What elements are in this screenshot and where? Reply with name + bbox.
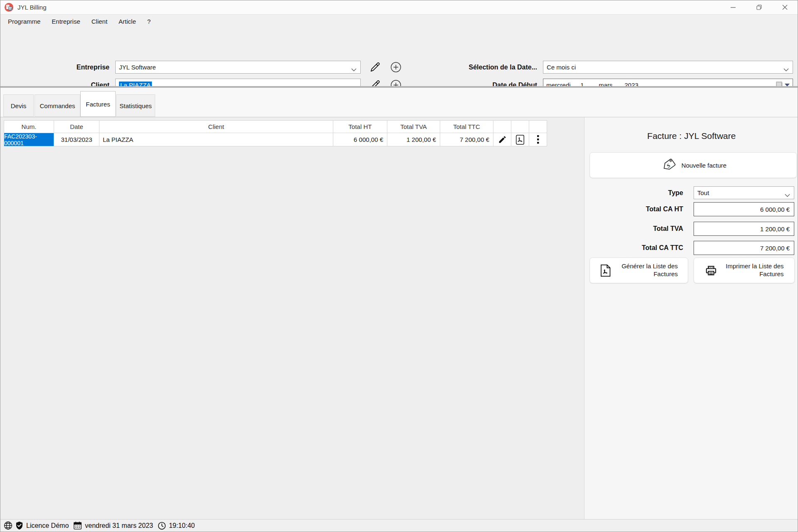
panel-title: Facture : JYL Software [585,131,798,141]
minimize-icon [731,7,736,8]
menu-article[interactable]: Article [119,18,136,25]
cell-total-tva[interactable]: 1 200,00 € [387,133,440,146]
new-invoice-label: Nouvelle facture [682,162,726,169]
header-client[interactable]: Client [99,120,333,133]
total-tva-value: 1 200,00 € [694,222,794,236]
total-ca-ht-label: Total CA HT [585,202,683,216]
menu-programme[interactable]: Programme [8,18,40,25]
row-edit-button[interactable] [493,133,511,146]
app-logo-icon [4,2,14,12]
pencil-icon [369,62,380,73]
printer-icon [705,265,717,277]
date-selection-value: Ce mois ci [547,64,576,71]
content-area: Num. Date Client Total HT Total TVA Tota… [0,117,798,519]
window-title: JYL Billing [17,4,46,11]
window-controls [720,0,798,14]
pdf-file-icon [600,264,611,277]
shield-check-icon [15,521,23,530]
add-entreprise-button[interactable] [389,61,402,74]
row-pdf-button[interactable] [511,133,529,146]
cell-num[interactable]: FAC202303-000001 [4,133,54,146]
table-row[interactable]: FAC202303-000001 31/03/2023 La PIAZZA 6 … [4,133,547,146]
price-tag-icon: S [660,156,677,174]
globe-icon [4,521,12,530]
menu-entreprise[interactable]: Entreprise [52,18,80,25]
close-button[interactable] [772,0,798,14]
status-time: 19:10:40 [169,522,195,530]
menu-client[interactable]: Client [92,18,107,25]
calendar-icon [73,521,82,530]
tab-commandes[interactable]: Commandes [35,94,80,117]
menu-help[interactable]: ? [147,18,151,25]
close-icon [782,5,788,10]
total-ca-ttc-value: 7 200,00 € [694,241,794,255]
header-actions-2 [511,120,529,133]
menu-bar: Programme Entreprise Client Article ? [0,15,798,28]
app-window: JYL Billing Programme Entreprise Client … [0,0,798,532]
cell-total-ttc[interactable]: 7 200,00 € [440,133,493,146]
total-tva-label: Total TVA [585,222,683,236]
plus-circle-icon [390,62,401,73]
minimize-button[interactable] [720,0,746,14]
header-actions-1 [493,120,511,133]
date-selection-label: Sélection de la Date... [416,61,537,74]
clock-icon [158,522,166,530]
tab-statistiques[interactable]: Statistiques [116,94,155,117]
header-actions-3 [529,120,547,133]
tab-devis[interactable]: Devis [3,94,34,117]
type-combobox[interactable]: Tout [694,186,794,199]
print-list-label: Imprimer la Liste des Factures [721,262,784,278]
new-invoice-button[interactable]: S Nouvelle facture [590,152,797,178]
status-date: vendredi 31 mars 2023 [85,522,153,530]
cell-total-ht[interactable]: 6 000,00 € [333,133,387,146]
date-selection-combobox[interactable]: Ce mois ci [543,61,793,74]
row-more-button[interactable] [529,133,547,146]
edit-entreprise-button[interactable] [368,61,382,74]
header-total-ht[interactable]: Total HT [333,120,387,133]
invoices-table: Num. Date Client Total HT Total TVA Tota… [4,120,547,146]
chevron-down-icon [351,66,357,73]
table-header-row: Num. Date Client Total HT Total TVA Tota… [4,120,547,133]
restore-icon [756,5,762,10]
generate-list-label: Générer la Liste des Factures [615,262,678,278]
invoice-detail-panel: Facture : JYL Software S Nouvelle factur… [584,117,798,519]
pencil-icon [498,135,507,144]
cell-date[interactable]: 31/03/2023 [54,133,99,146]
type-label: Type [585,186,683,199]
status-bar: Licence Démo vendredi 31 mars 2023 19:10… [0,519,798,532]
restore-button[interactable] [746,0,772,14]
entreprise-combobox[interactable]: JYL Software [115,61,361,74]
kebab-menu-icon [537,135,539,144]
print-invoice-list-button[interactable]: Imprimer la Liste des Factures [694,257,795,283]
chevron-down-icon [785,191,790,198]
total-ca-ttc-label: Total CA TTC [585,241,683,255]
cell-client[interactable]: La PIAZZA [99,133,333,146]
header-total-ttc[interactable]: Total TTC [440,120,493,133]
generate-invoice-list-button[interactable]: Générer la Liste des Factures [590,257,688,283]
tab-strip: Devis Commandes Factures Statistiques [0,88,798,117]
title-bar: JYL Billing [0,0,798,15]
licence-text: Licence Démo [26,522,69,530]
header-total-tva[interactable]: Total TVA [387,120,440,133]
entreprise-value: JYL Software [119,64,156,71]
entreprise-label: Entreprise [25,61,109,74]
header-date[interactable]: Date [54,120,99,133]
header-num[interactable]: Num. [4,120,54,133]
total-ca-ht-value: 6 000,00 € [694,202,794,216]
type-value: Tout [697,189,709,196]
tab-factures[interactable]: Factures [80,91,116,117]
filter-bar: Entreprise JYL Software Sélection de la … [0,28,798,86]
pdf-icon [515,135,525,145]
chevron-down-icon [783,66,789,73]
